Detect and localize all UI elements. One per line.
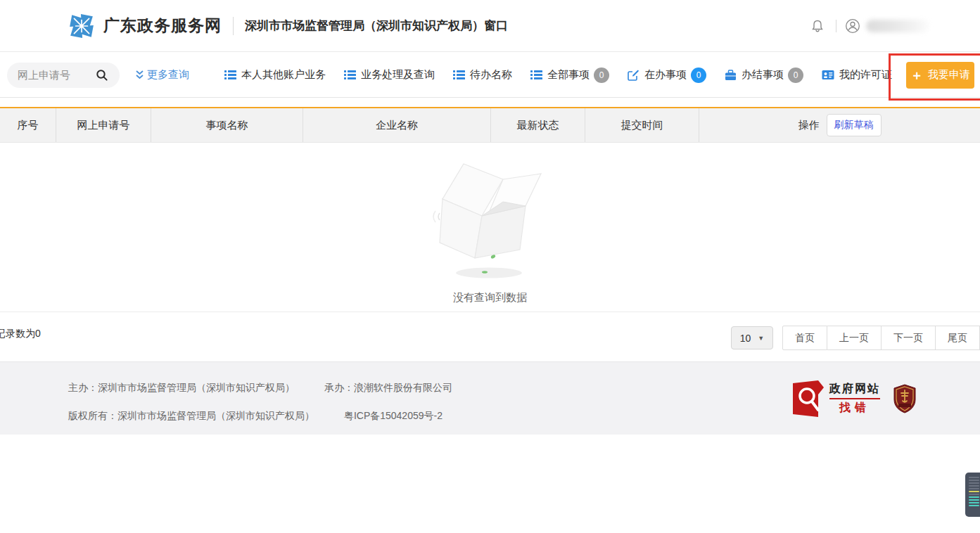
results-table-header: 序号 网上申请号 事项名称 企业名称 最新状态 提交时间 操作 刷新草稿 xyxy=(0,107,980,143)
column-header-company-name: 企业名称 xyxy=(303,108,490,142)
nav-item-all-matters[interactable]: 全部事项 0 xyxy=(530,68,609,83)
find-error-magnifier-icon xyxy=(793,380,824,417)
list-icon xyxy=(344,70,356,80)
nav-item-completed-matters[interactable]: 办结事项 0 xyxy=(725,68,803,83)
column-header-operation: 操作 刷新草稿 xyxy=(699,108,980,142)
brand[interactable]: 广东政务服务网 xyxy=(68,13,222,39)
user-account[interactable] xyxy=(845,18,929,34)
side-tool-widget[interactable] xyxy=(965,473,980,517)
nav-item-label: 全部事项 xyxy=(547,68,590,82)
list-icon xyxy=(453,70,465,80)
nav-group: 本人其他账户业务 业务处理及查询 xyxy=(206,62,980,89)
column-header-seq: 序号 xyxy=(0,108,56,142)
completed-count-badge: 0 xyxy=(788,68,803,83)
apply-button[interactable]: ＋ 我要申请 xyxy=(906,62,974,89)
window-title: 深圳市市场监督管理局（深圳市知识产权局）窗口 xyxy=(245,18,508,34)
all-matters-count-badge: 0 xyxy=(594,68,609,83)
id-card-icon xyxy=(822,70,834,80)
footer-copyright: 版权所有：深圳市市场监督管理局（深圳市知识产权局） xyxy=(68,410,314,421)
search-input[interactable] xyxy=(7,69,90,81)
more-query-label: 更多查询 xyxy=(147,68,189,82)
footer-text: 主办：深圳市市场监督管理局（深圳市知识产权局） 承办：浪潮软件股份有限公司 版权… xyxy=(68,382,479,438)
brand-name: 广东政务服务网 xyxy=(103,15,222,37)
user-avatar-icon xyxy=(845,18,860,34)
footer-organizer: 承办：浪潮软件股份有限公司 xyxy=(324,382,452,393)
record-count-text: 记录数为0 xyxy=(0,328,41,340)
nav-item-label: 待办名称 xyxy=(470,68,512,82)
nav-item-label: 业务处理及查询 xyxy=(361,68,435,82)
column-header-matter-name: 事项名称 xyxy=(151,108,303,142)
header: 广东政务服务网 深圳市市场监督管理局（深圳市知识产权局）窗口 xyxy=(0,0,980,52)
column-header-application-no: 网上申请号 xyxy=(56,108,151,142)
toolbar: 更多查询 本人其他账户业务 xyxy=(0,53,980,98)
first-page-button[interactable]: 首页 xyxy=(782,326,827,350)
footer-icp: 粤ICP备15042059号-2 xyxy=(344,410,443,421)
footer: 主办：深圳市市场监督管理局（深圳市知识产权局） 承办：浪潮软件股份有限公司 版权… xyxy=(0,361,980,435)
nav-item-in-progress-matters[interactable]: 在办事项 0 xyxy=(628,68,706,83)
header-right xyxy=(808,16,929,36)
empty-state-text: 没有查询到数据 xyxy=(453,291,527,304)
column-header-submit-time: 提交时间 xyxy=(585,108,699,142)
find-error-divider xyxy=(829,398,880,399)
empty-state: 没有查询到数据 xyxy=(0,151,980,304)
header-separator xyxy=(233,17,234,35)
header-right-separator xyxy=(836,20,836,32)
search-icon[interactable] xyxy=(90,65,114,85)
empty-box-illustration xyxy=(420,151,561,281)
notification-bell-icon[interactable] xyxy=(808,16,827,36)
security-shield-badge[interactable] xyxy=(893,384,917,413)
page-size-value: 10 xyxy=(740,333,751,344)
nav-item-todo-names[interactable]: 待办名称 xyxy=(453,68,512,82)
pagination-row: 记录数为0 10 ▼ 首页 上一页 下一页 尾页 xyxy=(0,312,980,361)
column-header-latest-status: 最新状态 xyxy=(490,108,585,142)
search-box xyxy=(7,63,120,88)
caret-down-icon: ▼ xyxy=(758,335,764,342)
plus-icon: ＋ xyxy=(910,69,923,82)
pager: 10 ▼ 首页 上一页 下一页 尾页 xyxy=(731,326,980,350)
refresh-draft-button[interactable]: 刷新草稿 xyxy=(827,114,882,136)
list-icon xyxy=(224,70,236,80)
nav-item-label: 我的许可证 xyxy=(839,68,892,82)
last-page-button[interactable]: 尾页 xyxy=(936,326,980,350)
page-button-group: 首页 上一页 下一页 尾页 xyxy=(782,326,980,350)
edit-icon xyxy=(628,70,639,81)
nav-item-my-licenses[interactable]: 我的许可证 xyxy=(822,68,892,82)
next-page-button[interactable]: 下一页 xyxy=(882,326,936,350)
find-error-line2: 找错 xyxy=(829,401,880,416)
find-error-line1: 政府网站 xyxy=(829,382,880,397)
nav-item-label: 办结事项 xyxy=(742,68,784,82)
page-root: 广东政务服务网 深圳市市场监督管理局（深圳市知识产权局）窗口 xyxy=(0,0,980,533)
in-progress-count-badge: 0 xyxy=(691,68,706,83)
apply-button-label: 我要申请 xyxy=(928,68,970,82)
nav-item-other-account-business[interactable]: 本人其他账户业务 xyxy=(224,68,326,82)
nav-item-label: 在办事项 xyxy=(644,68,687,82)
footer-host: 主办：深圳市市场监督管理局（深圳市知识产权局） xyxy=(68,382,295,393)
double-chevron-down-icon xyxy=(135,70,144,80)
nav-item-label: 本人其他账户业务 xyxy=(241,68,326,82)
more-query-link[interactable]: 更多查询 xyxy=(135,68,189,82)
nav-item-business-processing[interactable]: 业务处理及查询 xyxy=(344,68,435,82)
user-name-blurred xyxy=(866,20,929,32)
footer-logos: 政府网站 找错 xyxy=(793,380,917,417)
briefcase-icon xyxy=(725,70,737,81)
list-icon xyxy=(530,70,542,80)
page-size-select[interactable]: 10 ▼ xyxy=(731,326,773,349)
prev-page-button[interactable]: 上一页 xyxy=(827,326,882,350)
operation-label: 操作 xyxy=(798,119,820,132)
brand-pinwheel-icon xyxy=(68,13,95,39)
gov-site-find-error-badge[interactable]: 政府网站 找错 xyxy=(793,380,880,417)
